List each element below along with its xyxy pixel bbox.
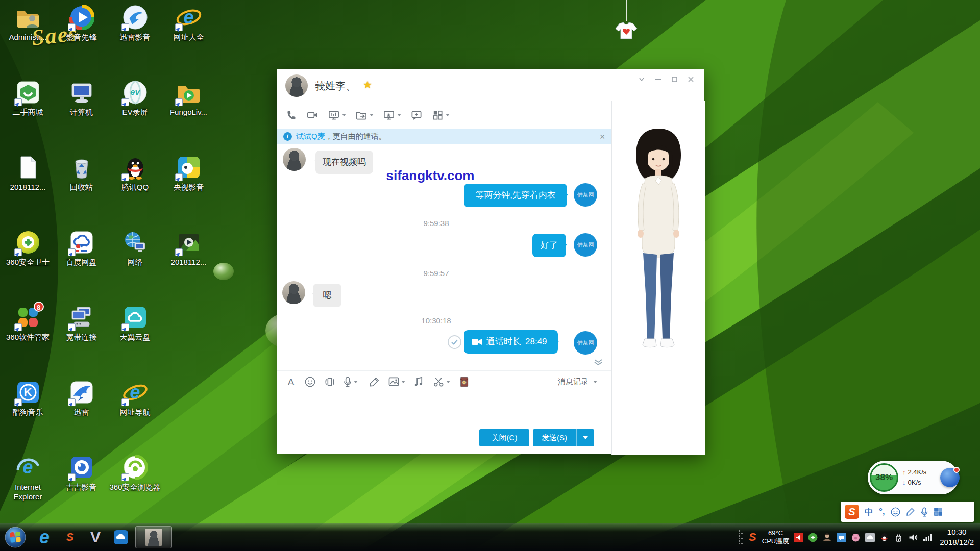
taskbar-ie-button[interactable]	[33, 526, 56, 548]
send-button[interactable]: 发送(S)	[533, 429, 576, 446]
send-options-dropdown[interactable]	[576, 429, 594, 446]
sogou-logo-icon[interactable]	[845, 505, 859, 519]
minimize-button[interactable]	[650, 73, 666, 85]
doodle-button[interactable]	[369, 377, 380, 388]
maximize-button[interactable]	[666, 73, 682, 85]
emoji-picker-icon[interactable]	[891, 507, 900, 517]
desktop-icon-xunlei-yingyin[interactable]: 迅雷影音	[108, 2, 162, 77]
call-record-bubble[interactable]: 通话时长 28:49	[464, 330, 558, 354]
desktop-icon-jiji-player[interactable]: 吉吉影音	[55, 452, 108, 527]
desktop-icon-tianyi-cloud[interactable]: 天翼云盘	[108, 302, 162, 377]
dropdown-arrow-icon[interactable]	[446, 114, 450, 118]
tray-network-signal-icon[interactable]	[922, 533, 932, 542]
toolbox-grid-icon[interactable]	[934, 507, 943, 516]
cpu-temperature[interactable]: 69°C CPU温度	[762, 529, 789, 546]
peer-message-avatar[interactable]	[282, 281, 305, 304]
voice-call-button[interactable]	[285, 109, 297, 121]
message-history-button[interactable]: 消息记录	[558, 377, 597, 387]
desktop-icon-computer[interactable]: 计算机	[55, 77, 108, 152]
handwriting-icon[interactable]	[906, 507, 915, 516]
window-shake-button[interactable]	[324, 377, 335, 388]
dropdown-arrow-icon[interactable]	[401, 381, 405, 385]
memory-percent-ball[interactable]: 38%	[870, 463, 898, 492]
desktop-icon-360-browser[interactable]: 360安全浏览器	[108, 452, 162, 527]
qq-show-girl-avatar[interactable]	[628, 126, 689, 365]
red-packet-button[interactable]	[460, 377, 471, 388]
show-hidden-icons-button[interactable]	[738, 530, 743, 545]
close-chat-button[interactable]: 关闭(C)	[479, 429, 529, 446]
desktop-icon-video-file[interactable]: 2018112...	[162, 227, 215, 302]
desktop-icon-wangzhidaquan[interactable]: 网址大全	[162, 2, 215, 77]
tray-360-icon[interactable]	[808, 533, 818, 542]
dropdown-arrow-icon[interactable]	[354, 381, 358, 385]
message-list[interactable]: 现在视频吗 sifangktv.com 等两分钟,先穿着内衣 借条网 9:59:…	[277, 144, 611, 370]
desktop-icon-recycle-bin[interactable]: 回收站	[55, 152, 108, 227]
self-avatar-badge[interactable]: 借条网	[574, 331, 597, 355]
desktop-icon-yingyinxianfeng[interactable]: 影音先锋	[55, 2, 108, 77]
emoji-button[interactable]	[305, 377, 316, 388]
tray-cloud-icon[interactable]	[865, 533, 875, 542]
punctuation-toggle[interactable]: °,	[879, 507, 885, 517]
message-input-area[interactable]	[277, 393, 611, 427]
music-share-button[interactable]	[414, 377, 425, 388]
sogou-input-bar[interactable]: 中 °,	[841, 502, 974, 522]
dropdown-arrow-icon[interactable]	[446, 381, 450, 385]
taskbar-sogou-button[interactable]	[59, 526, 81, 548]
tray-qq-icon[interactable]	[879, 533, 889, 542]
accelerate-ball[interactable]	[940, 468, 960, 487]
tray-power-icon[interactable]	[894, 533, 903, 542]
peer-message-avatar[interactable]	[283, 148, 306, 171]
desktop-icon-administrator[interactable]: Administr...	[1, 2, 55, 77]
send-file-button[interactable]	[355, 109, 374, 121]
dropdown-arrow-icon[interactable]	[370, 114, 374, 118]
qmic-link[interactable]: 试试Q麦	[296, 132, 325, 141]
tray-pig-icon[interactable]	[851, 533, 861, 542]
desktop-icon-baidu-pan[interactable]: 百度网盘	[55, 227, 108, 302]
window-menu-button[interactable]	[633, 73, 650, 85]
tray-sogou-icon[interactable]	[748, 533, 757, 542]
desktop-icon-tencent-qq[interactable]: 腾讯QQ	[108, 152, 162, 227]
desktop-icon-cbox[interactable]: 央视影音	[162, 152, 215, 227]
tray-contact-icon[interactable]	[822, 533, 832, 542]
send-image-button[interactable]	[388, 377, 406, 388]
360-speed-widget[interactable]: 38% ↑2.4K/s ↓0K/s	[868, 461, 959, 494]
tray-volume-icon[interactable]	[908, 533, 918, 542]
self-avatar-badge[interactable]: 借条网	[574, 233, 597, 257]
desktop-icon-ershoushangcheng[interactable]: 二手商城	[1, 77, 55, 152]
desktop-icon-document[interactable]: 2018112...	[1, 152, 55, 227]
apps-grid-button[interactable]	[432, 109, 450, 121]
desktop-icon-360-manager[interactable]: 8 360软件管家	[1, 302, 55, 377]
desktop-icon-broadband[interactable]: 宽带连接	[55, 302, 108, 377]
notice-close-icon[interactable]: ✕	[599, 133, 605, 141]
taskbar-clock[interactable]: 10:30 2018/12/2	[940, 527, 974, 548]
desktop-icon-ev-luping[interactable]: EV录屏	[108, 77, 162, 152]
peer-avatar[interactable]	[285, 74, 308, 97]
desktop-icon-xunlei[interactable]: 迅雷	[55, 377, 108, 452]
desktop-icon-360-safe[interactable]: 360安全卫士	[1, 227, 55, 302]
desktop-icon-kugou[interactable]: 酷狗音乐	[1, 377, 55, 452]
taskbar-qq-chat-button[interactable]	[135, 526, 172, 548]
taskbar-vagaa-button[interactable]	[84, 526, 107, 548]
self-avatar-badge[interactable]: 借条网	[574, 183, 597, 207]
desktop-icon-internet-explorer[interactable]: Internet Explorer	[1, 452, 55, 527]
desktop-icon-wangzhi-daohang[interactable]: 网址导航	[108, 377, 162, 452]
tray-kugou-icon[interactable]	[794, 533, 803, 542]
close-button[interactable]	[682, 73, 699, 85]
dropdown-arrow-icon[interactable]	[342, 114, 346, 118]
desktop-icon-network[interactable]: 网络	[108, 227, 162, 302]
remote-desktop-button[interactable]	[383, 109, 401, 121]
dropdown-arrow-icon[interactable]	[397, 114, 401, 118]
scroll-to-bottom-icon[interactable]	[594, 359, 603, 368]
create-group-button[interactable]	[410, 109, 423, 121]
window-titlebar[interactable]: 莪姓李、 ★	[277, 69, 704, 101]
video-call-button[interactable]	[306, 109, 318, 121]
screenshot-button[interactable]	[433, 377, 452, 388]
desktop-icon-fungolive[interactable]: FungoLiv...	[162, 77, 215, 152]
tray-messenger-icon[interactable]	[837, 533, 846, 542]
screen-share-button[interactable]	[328, 109, 346, 121]
font-button[interactable]	[285, 377, 297, 388]
voice-message-button[interactable]	[344, 377, 361, 388]
taskbar-cloud-button[interactable]	[110, 526, 132, 548]
voice-input-icon[interactable]	[921, 507, 928, 517]
chinese-mode-toggle[interactable]: 中	[865, 506, 873, 518]
